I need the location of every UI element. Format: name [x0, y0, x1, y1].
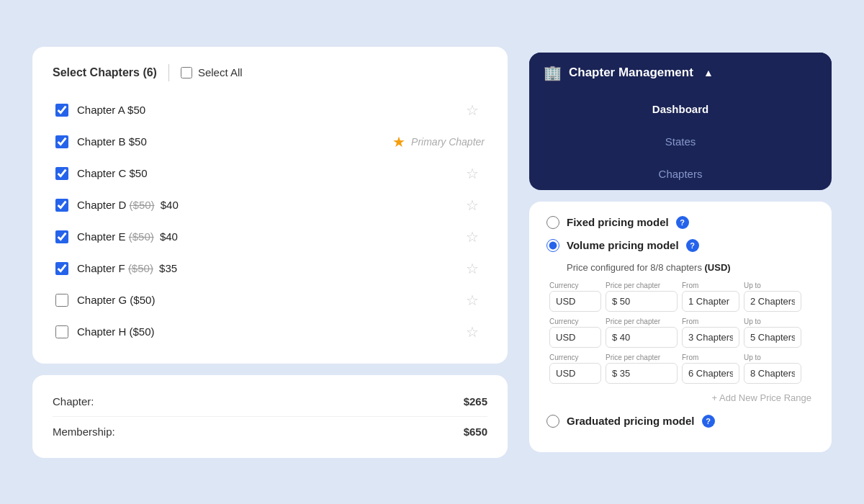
star-icon-g[interactable]: ☆: [466, 292, 479, 309]
price-per-chapter-label-1: Price per chapter: [606, 318, 678, 325]
chapter-item-a: Chapter A $50☆: [53, 96, 487, 125]
from-field-2: From: [682, 354, 739, 384]
membership-summary-label: Membership:: [53, 426, 115, 438]
chapter-checkbox-d[interactable]: [55, 199, 68, 212]
from-input-2[interactable]: [682, 363, 739, 384]
volume-subtitle: Price configured for 8/8 chapters (USD): [546, 262, 814, 273]
select-all-checkbox[interactable]: [181, 67, 192, 78]
star-icon-f[interactable]: ☆: [466, 260, 479, 277]
graduated-pricing-label: Graduated pricing model: [567, 415, 695, 427]
nav-item-chapters[interactable]: Chapters: [529, 158, 832, 190]
currency-code: (USD): [705, 262, 731, 273]
chapter-checkbox-a[interactable]: [55, 104, 68, 117]
chapter-name-c: Chapter C $50: [77, 167, 466, 179]
primary-chapter-label: Primary Chapter: [411, 136, 485, 148]
graduated-pricing-help-icon[interactable]: ?: [702, 415, 715, 428]
select-all-wrap: Select All: [181, 66, 243, 78]
chapter-name-d: Chapter D ($50) $40: [77, 199, 466, 211]
currency-label-1: Currency: [549, 318, 601, 325]
graduated-pricing-radio[interactable]: [546, 415, 559, 428]
chapter-item-e: Chapter E ($50) $40☆: [53, 222, 487, 251]
fixed-pricing-help-icon[interactable]: ?: [676, 216, 689, 229]
chapter-name-f: Chapter F ($50) $35: [77, 262, 466, 274]
volume-pricing-help-icon[interactable]: ?: [686, 239, 699, 252]
chapters-card: Select Chapters (6) Select All Chapter A…: [32, 47, 508, 364]
currency-field-2: Currency: [549, 354, 601, 384]
volume-subtitle-text: Price configured for 8/8 chapters: [567, 262, 702, 273]
fixed-pricing-label: Fixed pricing model: [567, 216, 669, 228]
currency-label-0: Currency: [549, 282, 601, 289]
price-range-row-2: CurrencyPrice per chapterFromUp to: [546, 354, 814, 384]
nav-item-dashboard[interactable]: Dashboard: [529, 93, 832, 125]
fixed-pricing-radio[interactable]: [546, 216, 559, 229]
chapter-name-b: Chapter B $50: [77, 135, 392, 148]
volume-pricing-label: Volume pricing model: [567, 239, 679, 251]
nav-item-states[interactable]: States: [529, 125, 832, 158]
header-divider: [168, 64, 169, 81]
price-per-chapter-input-0[interactable]: [606, 291, 678, 312]
volume-pricing-radio[interactable]: [546, 239, 559, 252]
from-field-0: From: [682, 282, 739, 312]
chapter-list: Chapter A $50☆Chapter B $50★Primary Chap…: [53, 96, 487, 346]
volume-pricing-option: Volume pricing model ?: [546, 239, 814, 252]
from-label-1: From: [682, 318, 739, 325]
chapter-checkbox-b[interactable]: [55, 135, 68, 148]
nav-arrow-icon[interactable]: ▲: [703, 67, 714, 78]
chapter-checkbox-g[interactable]: [55, 294, 68, 307]
price-per-chapter-field-2: Price per chapter: [606, 354, 678, 384]
price-per-chapter-label-2: Price per chapter: [606, 354, 678, 361]
price-per-chapter-input-2[interactable]: [606, 363, 678, 384]
from-field-1: From: [682, 318, 739, 348]
from-label-2: From: [682, 354, 739, 361]
chapter-name-h: Chapter H ($50): [77, 325, 466, 338]
membership-summary-value: $650: [464, 426, 487, 438]
upto-input-0[interactable]: [744, 291, 801, 312]
chapter-summary-row: Chapter: $265: [53, 390, 487, 417]
star-icon-c[interactable]: ☆: [466, 165, 479, 182]
add-range-label[interactable]: + Add New Price Range: [712, 392, 811, 403]
chapters-title: Select Chapters (6): [53, 66, 157, 79]
fixed-pricing-option: Fixed pricing model ?: [546, 216, 814, 229]
graduated-pricing-option: Graduated pricing model ?: [546, 415, 814, 428]
chapters-header: Select Chapters (6) Select All: [53, 64, 487, 81]
add-range-button[interactable]: + Add New Price Range: [546, 390, 814, 406]
select-all-label[interactable]: Select All: [198, 66, 243, 78]
price-per-chapter-field-0: Price per chapter: [606, 282, 678, 312]
nav-header: 🏢 Chapter Management ▲: [529, 53, 832, 93]
chapter-checkbox-c[interactable]: [55, 167, 68, 180]
star-icon-e[interactable]: ☆: [466, 228, 479, 246]
star-icon-a[interactable]: ☆: [466, 102, 479, 119]
right-panel: 🏢 Chapter Management ▲ DashboardStatesCh…: [529, 53, 832, 452]
chapter-management-icon: 🏢: [544, 64, 562, 81]
chapter-name-a: Chapter A $50: [77, 104, 466, 116]
pricing-section: Fixed pricing model ? Volume pricing mod…: [529, 202, 832, 452]
upto-label-1: Up to: [744, 318, 801, 325]
chapter-name-e: Chapter E ($50) $40: [77, 230, 466, 243]
upto-label-2: Up to: [744, 354, 801, 361]
upto-input-1[interactable]: [744, 327, 801, 348]
nav-items: DashboardStatesChapters: [529, 93, 832, 190]
upto-input-2[interactable]: [744, 363, 801, 384]
price-ranges: CurrencyPrice per chapterFromUp toCurren…: [546, 282, 814, 384]
star-icon-b[interactable]: ★: [392, 133, 405, 150]
price-range-row-1: CurrencyPrice per chapterFromUp to: [546, 318, 814, 348]
from-input-1[interactable]: [682, 327, 739, 348]
price-range-row-0: CurrencyPrice per chapterFromUp to: [546, 282, 814, 312]
currency-input-0[interactable]: [549, 291, 601, 312]
currency-input-1[interactable]: [549, 327, 601, 348]
chapter-checkbox-e[interactable]: [55, 230, 68, 243]
nav-card: 🏢 Chapter Management ▲ DashboardStatesCh…: [529, 53, 832, 190]
star-icon-d[interactable]: ☆: [466, 197, 479, 214]
chapter-checkbox-f[interactable]: [55, 262, 68, 275]
summary-card: Chapter: $265 Membership: $650: [32, 375, 508, 458]
currency-input-2[interactable]: [549, 363, 601, 384]
chapter-item-g: Chapter G ($50)☆: [53, 286, 487, 315]
chapter-checkbox-h[interactable]: [55, 325, 68, 338]
star-icon-h[interactable]: ☆: [466, 323, 479, 341]
currency-field-0: Currency: [549, 282, 601, 312]
price-per-chapter-input-1[interactable]: [606, 327, 678, 348]
from-input-0[interactable]: [682, 291, 739, 312]
currency-label-2: Currency: [549, 354, 601, 361]
price-per-chapter-field-1: Price per chapter: [606, 318, 678, 348]
nav-title: Chapter Management: [569, 66, 693, 80]
